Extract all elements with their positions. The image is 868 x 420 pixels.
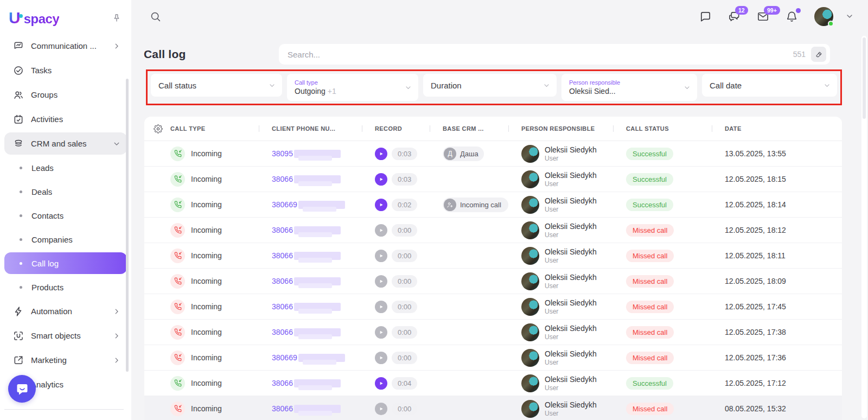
person-plus-icon bbox=[444, 199, 456, 211]
play-record-button[interactable] bbox=[375, 173, 387, 186]
filter-call-status[interactable]: Call status bbox=[151, 74, 282, 97]
column-header-date[interactable]: DATE bbox=[712, 125, 842, 132]
notifications-bell-icon[interactable] bbox=[786, 10, 798, 23]
inbox-mail-icon[interactable]: 99+ bbox=[757, 10, 769, 23]
search-bar: 551 bbox=[279, 44, 830, 65]
client-phone-link[interactable]: 380669 bbox=[272, 200, 297, 209]
client-phone-link[interactable]: 38066 bbox=[272, 302, 293, 311]
logo-text: spacy bbox=[24, 11, 60, 27]
sidebar-item-contacts[interactable]: Contacts bbox=[4, 205, 127, 226]
sidebar-scrollbar[interactable] bbox=[126, 79, 129, 372]
client-phone-link[interactable]: 38066 bbox=[272, 251, 293, 260]
phone-incoming-icon bbox=[170, 325, 185, 340]
clear-search-button[interactable] bbox=[811, 47, 826, 62]
sidebar-item-automation[interactable]: Automation bbox=[4, 300, 127, 322]
column-header-record[interactable]: RECORD bbox=[362, 125, 430, 132]
bullet-icon bbox=[20, 238, 22, 241]
sidebar-item-products[interactable]: Products bbox=[4, 276, 127, 298]
sidebar-item-activities[interactable]: Activities bbox=[4, 108, 127, 130]
table-row[interactable]: Incoming 380669 0:00 Oleksii Siedykh Use… bbox=[144, 345, 842, 371]
record-duration: 0:02 bbox=[392, 199, 417, 211]
table-row[interactable]: Incoming 38066 0:00 Oleksii Siedykh User… bbox=[144, 243, 842, 269]
sidebar-item-leads[interactable]: Leads bbox=[4, 157, 127, 179]
play-record-button[interactable] bbox=[375, 250, 387, 262]
base-crm-chip[interactable]: Д Даша bbox=[443, 147, 484, 161]
play-record-button[interactable] bbox=[375, 301, 387, 313]
table-row[interactable]: Incoming 38066 0:00 Oleksii Siedykh User… bbox=[144, 396, 842, 420]
phone-incoming-icon bbox=[170, 223, 185, 238]
feed-chat-icon[interactable] bbox=[699, 10, 712, 23]
play-record-button[interactable] bbox=[375, 326, 387, 339]
column-header-call-status[interactable]: CALL STATUS bbox=[613, 125, 712, 132]
pin-sidebar-icon[interactable] bbox=[112, 13, 122, 23]
table-settings-gear-icon[interactable] bbox=[144, 124, 164, 133]
play-record-button[interactable] bbox=[375, 352, 387, 364]
messenger-badge: 12 bbox=[735, 6, 748, 15]
sidebar-item-marketing[interactable]: Marketing bbox=[4, 349, 127, 371]
sidebar-item-companies[interactable]: Companies bbox=[4, 228, 127, 250]
phone-incoming-icon bbox=[170, 300, 185, 314]
record-duration: 0:04 bbox=[392, 377, 417, 390]
client-phone-link[interactable]: 38066 bbox=[272, 175, 293, 183]
table-row[interactable]: Incoming 38066 0:04 Oleksii Siedykh User… bbox=[144, 371, 842, 396]
table-row[interactable]: Incoming 38066 0:00 Oleksii Siedykh User… bbox=[144, 269, 842, 294]
filter-value: Oleksii Sied... bbox=[569, 87, 620, 96]
sidebar-item-groups[interactable]: Groups bbox=[4, 84, 127, 106]
redacted-phone-digits bbox=[298, 201, 345, 209]
sidebar-item-deals[interactable]: Deals bbox=[4, 181, 127, 202]
phone-incoming-icon bbox=[170, 376, 185, 391]
filter-person-responsible[interactable]: Person responsible Oleksii Sied... bbox=[561, 74, 697, 101]
base-crm-chip[interactable]: Incoming call 38. bbox=[443, 198, 508, 212]
table-row[interactable]: Incoming 38066 0:00 Oleksii Siedykh User… bbox=[144, 320, 842, 345]
messenger-icon[interactable]: 12 bbox=[728, 10, 741, 23]
sidebar-item-call-log[interactable]: Call log bbox=[4, 252, 127, 274]
column-header-person-responsible[interactable]: PERSON RESPONSIBLE bbox=[508, 125, 613, 132]
play-record-button[interactable] bbox=[375, 224, 387, 237]
play-record-button[interactable] bbox=[375, 199, 387, 211]
user-avatar[interactable] bbox=[814, 7, 833, 26]
play-record-button[interactable] bbox=[375, 403, 387, 415]
table-row[interactable]: Incoming 380669 0:02 Incoming call 38. O… bbox=[144, 192, 842, 218]
chevron-right-icon bbox=[113, 332, 120, 340]
client-phone-link[interactable]: 38066 bbox=[272, 404, 293, 413]
column-header-base-crm[interactable]: BASE CRM ... bbox=[430, 125, 508, 132]
sidebar-item-smart-objects[interactable]: Smart objects bbox=[4, 324, 127, 347]
play-record-button[interactable] bbox=[375, 148, 387, 160]
client-phone-link[interactable]: 38066 bbox=[272, 277, 293, 285]
filter-call-type[interactable]: Call type Outgoing+1 bbox=[287, 74, 418, 101]
chevron-down-icon bbox=[538, 82, 550, 89]
play-record-button[interactable] bbox=[375, 275, 387, 288]
record-duration: 0:03 bbox=[392, 148, 417, 160]
sidebar-item-crm-and-sales[interactable]: CRM and sales bbox=[4, 132, 127, 155]
sidebar-item-tasks[interactable]: Tasks bbox=[4, 59, 127, 81]
window-scrollbar[interactable] bbox=[861, 36, 867, 418]
call-date: 13.05.2025, 13:55 bbox=[725, 149, 786, 158]
filter-call-date[interactable]: Call date bbox=[702, 74, 837, 97]
table-row[interactable]: Incoming 38066 0:03 Oleksii Siedykh User… bbox=[144, 167, 842, 192]
column-header-client-phone-nu[interactable]: CLIENT PHONE NU... bbox=[259, 125, 362, 132]
profile-menu-chevron-icon[interactable] bbox=[845, 12, 854, 21]
client-phone-link[interactable]: 380669 bbox=[272, 353, 297, 362]
client-phone-link[interactable]: 38066 bbox=[272, 379, 293, 387]
call-status-badge: Successful bbox=[626, 173, 673, 186]
chevron-down-icon bbox=[399, 84, 412, 91]
sidebar-item-communication[interactable]: Communication ... bbox=[4, 35, 127, 57]
play-record-button[interactable] bbox=[375, 377, 387, 390]
client-phone-link[interactable]: 38095 bbox=[272, 149, 293, 158]
client-phone-link[interactable]: 38066 bbox=[272, 226, 293, 234]
person-avatar bbox=[521, 145, 539, 163]
search-input[interactable] bbox=[288, 50, 793, 59]
table-row[interactable]: Incoming 38095 0:03 Д Даша Oleksii Siedy… bbox=[144, 141, 842, 167]
filter-duration[interactable]: Duration bbox=[423, 74, 557, 97]
support-chat-launcher[interactable] bbox=[8, 375, 36, 403]
person-role: User bbox=[545, 384, 597, 392]
table-row[interactable]: Incoming 38066 0:00 Oleksii Siedykh User… bbox=[144, 218, 842, 243]
person-role: User bbox=[545, 180, 597, 188]
bullet-icon bbox=[20, 214, 22, 217]
column-header-call-type[interactable]: CALL TYPE bbox=[164, 125, 259, 132]
global-search-icon[interactable] bbox=[150, 11, 161, 22]
table-row[interactable]: Incoming 38066 0:00 Oleksii Siedykh User… bbox=[144, 294, 842, 320]
uspacy-logo[interactable]: U spacy bbox=[9, 9, 59, 27]
person-name: Oleksii Siedykh bbox=[545, 247, 597, 256]
client-phone-link[interactable]: 38066 bbox=[272, 328, 293, 336]
